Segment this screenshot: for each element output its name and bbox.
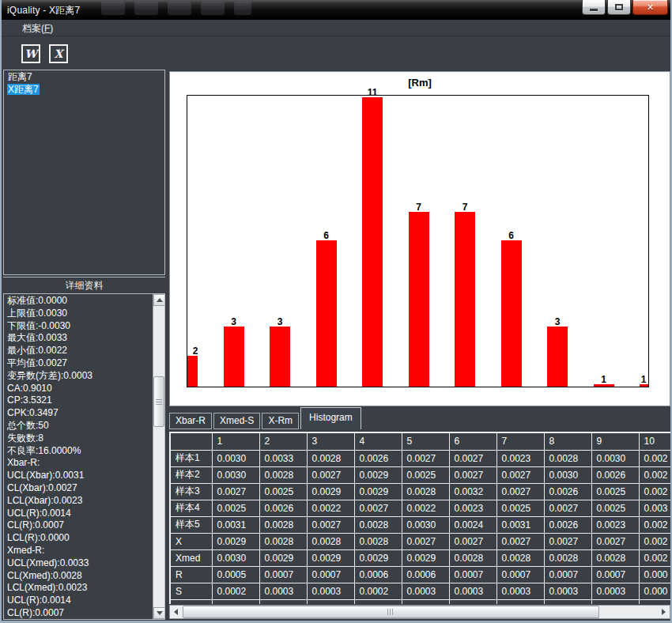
table-cell — [449, 599, 496, 604]
table-row-样本1: 样本10.00300.00330.00280.00260.00270.00270… — [170, 450, 670, 466]
table-cell — [212, 599, 259, 604]
tree-item-label: 距离7 — [7, 71, 33, 82]
table-cell: 0.0025 — [212, 500, 259, 516]
maximize-button[interactable] — [607, 0, 631, 15]
detail-stat-line: UCL(R):0.0014 — [4, 508, 152, 520]
titlebar-ghost-artifact — [101, 2, 125, 15]
detail-stat-line: 标准值:0.0000 — [4, 295, 152, 308]
table-cell: 0.0029 — [307, 549, 354, 566]
table-cell: 0.0007 — [307, 566, 354, 583]
row-label: S — [170, 583, 212, 599]
scroll-up-button[interactable] — [153, 294, 165, 306]
detail-stat-line: 最大值:0.0033 — [4, 332, 152, 345]
table-cell: 0.0028 — [402, 483, 449, 500]
table-cell: 0.0029 — [354, 483, 402, 500]
table-cell: 0.0007 — [544, 566, 591, 583]
tree-item-label: X距离7 — [7, 84, 40, 95]
tab-histogram[interactable]: Histogram — [300, 407, 361, 429]
table-cell: 0.0028 — [496, 549, 544, 566]
table-cell: 0.0030 — [212, 549, 259, 566]
tree-item-距离7[interactable]: 距离7 — [4, 70, 164, 83]
arrow-up-icon — [157, 298, 163, 302]
detail-stat-line: 上限值:0.0030 — [4, 308, 152, 320]
details-scrollbar-thumb[interactable] — [153, 376, 164, 427]
row-label: 样本3 — [170, 483, 212, 500]
table-cell: 0.0022 — [402, 500, 449, 516]
table-cell: 0.0022 — [307, 500, 354, 516]
table-cell: 0.0024 — [449, 516, 496, 533]
app-window: iQuality - X距离7 ✕ 档案(F) W X 距离7X距离7 详细资料… — [0, 0, 672, 623]
table-cell: 0.000 — [639, 583, 670, 599]
detail-stat-line: CL(Xbar):0.0027 — [4, 482, 152, 495]
table-cell: 0.0027 — [212, 483, 259, 500]
table-cell: 0.0003 — [544, 583, 591, 599]
table-hscrollbar-thumb[interactable] — [183, 606, 599, 618]
column-header-4: 4 — [354, 432, 402, 450]
titlebar-ghost-artifact — [201, 2, 225, 15]
arrow-down-icon — [157, 611, 163, 615]
table-cell — [591, 599, 639, 604]
table-cell: 0.0027 — [544, 533, 591, 549]
window-title: iQuality - X距离7 — [7, 4, 80, 17]
column-header-1: 1 — [212, 432, 259, 450]
minimize-button[interactable] — [582, 0, 606, 15]
table-cell: 0.0028 — [449, 549, 496, 566]
tab-x-rm[interactable]: X-Rm — [262, 413, 299, 429]
close-button[interactable]: ✕ — [632, 0, 668, 15]
table-cell — [170, 599, 212, 604]
table-cell: 0.0005 — [212, 566, 259, 583]
table-cell: 0.0025 — [402, 466, 449, 483]
histogram-plot: 233611776311 — [187, 95, 649, 387]
table-hscrollbar[interactable] — [169, 605, 670, 619]
table-cell: 0.0025 — [259, 483, 307, 500]
menu-file-label: 档案( — [22, 23, 44, 34]
detail-stat-line: 失败数:8 — [4, 432, 152, 445]
histogram-labels-layer: 233611776311 — [187, 96, 648, 387]
table-cell: 0.0023 — [591, 516, 639, 533]
detail-stat-line: CP:3.5321 — [4, 395, 152, 407]
table-cell: 0.0026 — [259, 500, 307, 516]
column-header-5: 5 — [402, 432, 449, 450]
table-row-样本3: 样本30.00270.00250.00290.00290.00280.00320… — [170, 483, 670, 500]
table-cell: 0.0026 — [544, 516, 591, 533]
scroll-right-button[interactable] — [658, 606, 670, 618]
table-cell: 0.000 — [639, 566, 670, 583]
menu-file[interactable]: 档案(F) — [22, 22, 53, 36]
table-cell: 0.003 — [639, 500, 670, 516]
table-cell: 0.0030 — [212, 450, 259, 466]
table-cell: 0.0029 — [402, 549, 449, 566]
table-cell: 0.0029 — [354, 549, 402, 566]
scroll-down-button[interactable] — [153, 607, 165, 619]
table-cell — [544, 599, 591, 604]
table-cell: 0.0033 — [259, 450, 307, 466]
details-scrollbar[interactable] — [153, 294, 164, 619]
table-cell: 0.0026 — [354, 450, 402, 466]
bar-value-label: 2 — [183, 345, 207, 357]
table-cell: 0.0027 — [307, 466, 354, 483]
row-label: Xmed — [170, 549, 212, 566]
menu-bar: 档案(F) — [2, 20, 670, 36]
word-icon: W — [25, 47, 37, 60]
excel-icon: X — [55, 47, 63, 60]
export-word-button[interactable]: W — [21, 44, 40, 63]
tree-item-x距离7[interactable]: X距离7 — [4, 83, 164, 96]
tab-xmed-s[interactable]: Xmed-S — [213, 413, 260, 429]
table-cell: 0.0007 — [496, 566, 544, 583]
detail-stat-line: Xbar-R: — [4, 457, 152, 470]
detail-stat-line: 总个数:50 — [4, 420, 152, 432]
table-cell: 0.0027 — [591, 533, 639, 549]
table-cell: 0.0027 — [449, 466, 496, 483]
scroll-left-button[interactable] — [170, 606, 182, 618]
scrollbar-grip-icon — [156, 399, 162, 405]
maximize-icon — [615, 4, 623, 10]
row-label: R — [170, 566, 212, 583]
tab-xbar-r[interactable]: Xbar-R — [169, 413, 212, 429]
table-cell: 0.002 — [639, 450, 670, 466]
table-cell: 0.0007 — [591, 566, 639, 583]
table-cell: 0.002 — [639, 549, 670, 566]
export-excel-button[interactable]: X — [49, 44, 68, 63]
details-header-label: 详细资料 — [66, 280, 104, 291]
table-cell: 0.0003 — [259, 583, 307, 599]
table-header-row: 12345678910 — [170, 432, 670, 450]
scrollbar-grip-icon — [387, 609, 395, 615]
